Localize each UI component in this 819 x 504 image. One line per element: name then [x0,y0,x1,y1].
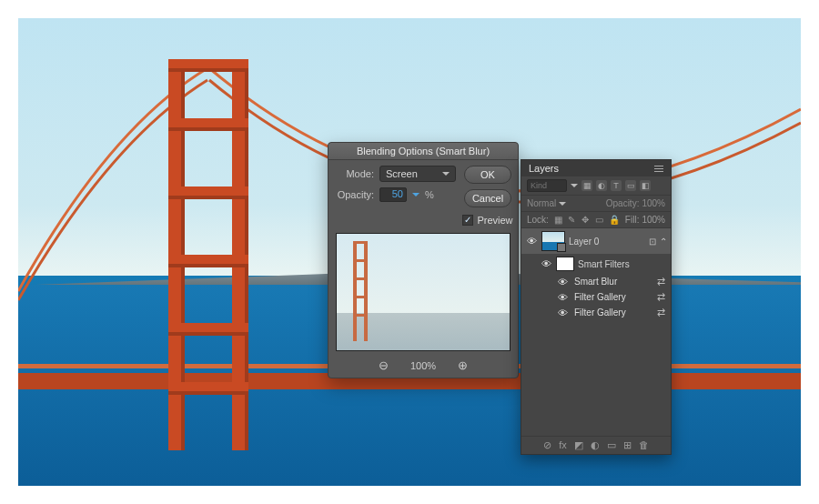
smart-filter-item[interactable]: 👁Filter Gallery ⇄ [521,289,671,305]
smart-object-icon: ⊡ [649,237,656,247]
layer-opacity-value[interactable]: 100% [642,198,665,208]
chevron-down-icon[interactable] [412,193,420,197]
opacity-input[interactable]: 50 [379,187,407,202]
preview-label: Preview [477,215,512,226]
opacity-unit: % [425,189,434,200]
lock-brush-icon[interactable]: ✎ [568,215,578,225]
fx-icon[interactable]: fx [559,439,567,451]
blending-options-dialog: Blending Options (Smart Blur) Mode: Scre… [328,142,519,378]
pixel-filter-icon[interactable]: ▦ [581,180,592,191]
lock-artboard-icon[interactable]: ▭ [595,215,605,225]
visibility-icon[interactable]: 👁 [556,292,569,303]
smart-filters-row[interactable]: 👁 Smart Filters [521,254,671,274]
bridge-tower [168,59,248,450]
preview-checkbox[interactable]: ✓ Preview [462,215,512,226]
dialog-title: Blending Options (Smart Blur) [329,143,518,160]
filter-mask-thumbnail[interactable] [556,257,574,271]
adjustment-filter-icon[interactable]: ◐ [596,180,607,191]
ok-button[interactable]: OK [464,166,511,184]
filter-name: Filter Gallery [574,292,626,302]
group-icon[interactable]: ▭ [607,439,616,451]
kind-filter[interactable] [527,179,567,192]
lock-pixels-icon[interactable]: ▦ [554,215,564,225]
shape-filter-icon[interactable]: ▭ [625,180,636,191]
layers-panel: Layers ▦ ◐ T ▭ ◧ Normal Opacity: 100% Lo… [521,159,672,455]
visibility-icon[interactable]: 👁 [540,258,552,269]
visibility-icon[interactable]: 👁 [556,277,569,287]
mode-label: Mode: [336,168,374,179]
panel-menu-icon[interactable] [654,166,663,172]
delete-icon[interactable]: 🗑 [639,439,649,451]
chevron-down-icon [442,172,450,176]
zoom-level: 100% [410,360,436,371]
link-layers-icon[interactable]: ⊘ [543,439,551,451]
type-filter-icon[interactable]: T [611,180,622,191]
blend-mode-value: Normal [527,198,556,208]
layer-row[interactable]: 👁 Layer 0 ⊡ ⌃ [521,228,671,254]
workspace: Blending Options (Smart Blur) Mode: Scre… [18,18,801,486]
visibility-icon[interactable]: 👁 [556,307,569,318]
fill-value[interactable]: 100% [642,215,665,225]
visibility-icon[interactable]: 👁 [525,236,538,247]
smart-filters-label: Smart Filters [578,259,667,269]
lock-move-icon[interactable]: ✥ [581,215,592,225]
preview-thumbnail[interactable] [336,233,511,351]
zoom-out-icon[interactable]: ⊖ [379,358,389,372]
blend-mode-select[interactable]: Normal [527,198,566,208]
lock-label: Lock: [527,215,549,225]
layers-panel-footer: ⊘ fx ◩ ◐ ▭ ⊞ 🗑 [521,436,671,454]
filter-options-icon[interactable]: ⇄ [657,291,665,303]
new-layer-icon[interactable]: ⊞ [623,439,632,451]
mode-value: Screen [386,168,418,179]
layers-tab[interactable]: Layers [529,163,559,174]
checkbox-icon: ✓ [462,215,473,226]
filter-name: Smart Blur [574,277,617,287]
mode-select[interactable]: Screen [379,166,456,182]
layer-filter-row: ▦ ◐ T ▭ ◧ [521,176,671,196]
filter-options-icon[interactable]: ⇄ [657,276,665,287]
opacity-label: Opacity: [606,198,640,208]
expand-icon[interactable]: ⌃ [660,237,667,247]
adjustment-icon[interactable]: ◐ [591,439,600,451]
opacity-label: Opacity: [336,189,374,200]
chevron-down-icon [559,202,566,206]
chevron-down-icon[interactable] [571,184,578,187]
layers-list: 👁 Layer 0 ⊡ ⌃ 👁 Smart Filters 👁Smart Blu… [521,228,671,320]
mask-icon[interactable]: ◩ [574,439,583,451]
smart-filter-item[interactable]: 👁Smart Blur ⇄ [521,274,671,289]
fill-label: Fill: [625,215,640,225]
zoom-in-icon[interactable]: ⊕ [458,358,468,372]
layer-name[interactable]: Layer 0 [569,237,645,247]
smart-filter-item[interactable]: 👁Filter Gallery ⇄ [521,305,671,320]
filter-options-icon[interactable]: ⇄ [657,307,665,318]
filter-name: Filter Gallery [574,307,626,318]
smart-filter-icon[interactable]: ◧ [640,180,651,191]
lock-all-icon[interactable]: 🔒 [609,215,619,225]
cancel-button[interactable]: Cancel [464,189,511,207]
layer-thumbnail[interactable] [541,231,565,251]
